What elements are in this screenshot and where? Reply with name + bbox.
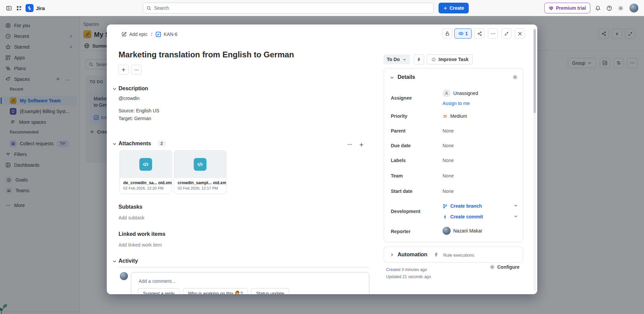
automation-panel[interactable]: Automation Rule executions [384, 247, 523, 263]
attachments-more-icon[interactable] [345, 140, 355, 149]
xml-file-icon [194, 158, 206, 171]
issue-key-link[interactable]: KAN-6 [155, 32, 177, 37]
chevron-down-icon[interactable] [112, 141, 117, 147]
help-icon[interactable] [604, 3, 614, 13]
rule-executions-label: Rule executions [443, 253, 474, 258]
breadcrumb-separator: / [151, 32, 152, 37]
create-branch-link[interactable]: Create branch [443, 203, 482, 209]
chip-status-update[interactable]: Status update [251, 288, 289, 294]
unlock-icon[interactable] [442, 29, 452, 39]
start-date-label: Start date [391, 189, 413, 194]
details-heading: Details [398, 74, 415, 80]
attachment-filename: de_crowdin_sa... oid.xml [123, 180, 168, 185]
commit-icon [443, 214, 448, 219]
priority-medium-icon [443, 114, 448, 119]
attachment-card[interactable]: crowdin_sampl... oid.xml 02 Feb 2026, 12… [174, 150, 226, 194]
collapse-sidebar-icon[interactable] [4, 3, 13, 13]
reporter-avatar [443, 227, 451, 235]
priority-value[interactable]: Medium [443, 113, 467, 119]
attachments-add-icon[interactable] [357, 140, 366, 149]
comment-box[interactable]: Add a comment... Suggest a reply Who is … [131, 272, 369, 294]
issue-detail-modal: Add epic / KAN-6 1 Marketing translation… [107, 24, 537, 294]
edit-epic-icon [122, 32, 127, 37]
chip-suggest-reply[interactable]: Suggest a reply [138, 288, 180, 294]
apps-more-button[interactable] [131, 65, 141, 75]
due-date-value[interactable]: None [443, 143, 454, 148]
top-navbar: Jira Create Premium trial [0, 0, 644, 16]
created-timestamp: Created 3 minutes ago [386, 267, 427, 272]
description-target: Target: German [119, 116, 151, 121]
updated-timestamp: Updated 21 seconds ago [386, 274, 431, 279]
commit-chevron-icon[interactable] [513, 214, 518, 219]
chevron-down-icon[interactable] [112, 86, 117, 92]
close-icon[interactable] [515, 29, 525, 39]
lightning-icon [434, 252, 439, 257]
add-subtask-link[interactable]: Add subtask [119, 215, 144, 220]
scrollbar-thumb[interactable] [534, 29, 536, 113]
team-label: Team [391, 173, 403, 178]
chevron-down-icon[interactable] [389, 75, 395, 80]
notifications-icon[interactable] [593, 3, 602, 13]
create-button[interactable]: Create [439, 3, 469, 13]
global-search[interactable] [143, 3, 434, 13]
branch-chevron-icon[interactable] [513, 203, 518, 208]
more-actions-icon[interactable] [488, 29, 498, 39]
ai-sparkle-icon [431, 57, 436, 62]
quick-add-button[interactable] [119, 65, 129, 75]
xml-file-icon [139, 158, 152, 171]
start-date-value[interactable]: None [443, 189, 454, 194]
assignee-label: Assignee [391, 95, 412, 101]
development-label: Development [391, 209, 420, 214]
status-dropdown[interactable]: To Do [383, 54, 410, 64]
chevron-down-icon[interactable] [112, 259, 117, 264]
attachments-heading: Attachments [119, 141, 151, 147]
settings-gear-icon[interactable] [616, 3, 625, 13]
comment-placeholder: Add a comment... [139, 278, 176, 284]
improve-task-button[interactable]: Improve Task [427, 54, 473, 64]
gear-icon [490, 264, 495, 270]
reporter-value[interactable]: Nazarii Makar [443, 227, 482, 235]
current-user-avatar [120, 272, 128, 280]
details-gear-icon[interactable] [512, 74, 518, 80]
configure-button[interactable]: Configure [490, 264, 519, 270]
issue-breadcrumb-row: Add epic / KAN-6 [122, 30, 178, 39]
assign-to-me-link[interactable]: Assign to me [443, 101, 470, 106]
automation-heading: Automation [398, 252, 427, 258]
attachment-date: 02 Feb 2026, 12:17 PM [178, 186, 223, 190]
parent-value[interactable]: None [443, 128, 454, 134]
chip-who-is-working[interactable]: Who is working on this 🙋? [183, 288, 248, 294]
description-source: Source: English US [119, 108, 159, 113]
team-value[interactable]: None [443, 173, 454, 178]
labels-value[interactable]: None [443, 158, 454, 163]
create-commit-link[interactable]: Create commit [443, 214, 483, 219]
watchers-button[interactable]: 1 [454, 29, 472, 39]
app-switcher-icon[interactable] [14, 3, 24, 13]
share-icon[interactable] [474, 29, 485, 39]
add-linked-work-item-link[interactable]: Add linked work item [119, 242, 162, 248]
issue-title[interactable]: Marketing translation from English to Ge… [119, 50, 374, 59]
jira-logo[interactable] [26, 4, 34, 12]
attachment-date: 02 Feb 2026, 12:20 PM [123, 186, 168, 190]
diamond-icon [549, 6, 554, 11]
priority-label: Priority [391, 113, 407, 119]
user-avatar[interactable] [629, 3, 639, 13]
assignee-value[interactable]: Unassigned [443, 89, 478, 97]
due-date-label: Due date [391, 143, 411, 148]
chevron-right-icon [389, 252, 395, 257]
details-panel: Details Assignee Unassigned Assign to me… [384, 68, 523, 242]
premium-trial-button[interactable]: Premium trial [544, 3, 590, 13]
search-input[interactable] [154, 5, 413, 11]
activity-divider [119, 267, 369, 267]
reporter-label: Reporter [391, 229, 410, 234]
branch-icon [443, 204, 448, 209]
attachment-card[interactable]: de_crowdin_sa... oid.xml 02 Feb 2026, 12… [120, 150, 172, 194]
linked-work-items-heading: Linked work items [119, 231, 166, 237]
automation-lightning-button[interactable] [414, 54, 424, 64]
description-mention[interactable]: @crowdin [119, 96, 139, 101]
collapse-modal-icon[interactable] [501, 29, 511, 39]
watch-count: 1 [465, 31, 468, 36]
add-epic-button[interactable]: Add epic [122, 32, 147, 37]
modal-scrollbar[interactable] [534, 28, 536, 291]
jira-wordmark: Jira [36, 5, 45, 11]
attachments-count-badge: 2 [158, 141, 166, 147]
